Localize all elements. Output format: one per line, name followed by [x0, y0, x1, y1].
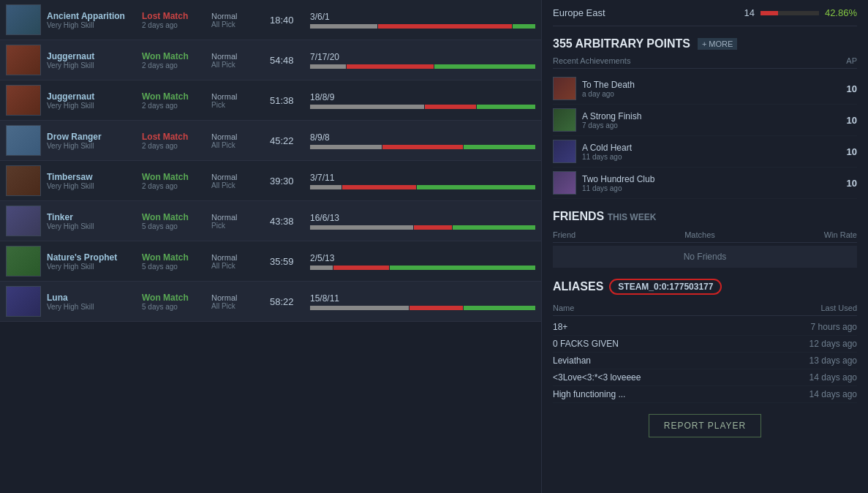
result-time: 2 days ago — [142, 182, 211, 190]
result-text: Won Match — [142, 172, 211, 182]
hero-name: Drow Ranger — [47, 132, 142, 142]
result-text: Won Match — [142, 51, 211, 61]
alias-last-used: 14 days ago — [809, 389, 857, 399]
kda-bars — [310, 105, 535, 109]
kda-text: 18/8/9 — [310, 92, 535, 102]
match-mode: Normal All Pick — [211, 52, 270, 69]
achievement-date: 11 days ago — [582, 153, 847, 161]
kda-text: 3/7/11 — [310, 173, 535, 183]
match-mode: Normal Pick — [211, 213, 270, 230]
alias-row: 18+ 7 hours ago — [553, 319, 857, 336]
match-result: Won Match 5 days ago — [142, 252, 211, 271]
mode-label: Normal — [211, 293, 270, 302]
match-mode: Normal All Pick — [211, 293, 270, 310]
alias-name: Leviathan — [553, 355, 591, 366]
hero-name: Nature's Prophet — [47, 252, 142, 263]
match-result: Lost Match 2 days ago — [142, 11, 211, 29]
alias-name: High functioning ... — [553, 389, 625, 399]
achievement-name: A Strong Finish — [582, 111, 847, 121]
alias-row: 0 FACKS GIVEN 12 days ago — [553, 336, 857, 353]
achievement-ap: 10 — [847, 83, 857, 94]
hero-icon — [6, 286, 41, 317]
deaths-bar — [347, 64, 434, 69]
deaths-bar — [333, 266, 390, 270]
match-row[interactable]: Nature's Prophet Very High Skill Won Mat… — [0, 241, 541, 282]
achievements-list: To The Death a day ago 10 A Strong Finis… — [553, 73, 857, 199]
kda-bars — [310, 24, 535, 29]
result-time: 2 days ago — [142, 142, 211, 150]
alias-name: <3Love<3:*<3 loveeee — [553, 372, 641, 383]
achievement-info: A Cold Heart 11 days ago — [582, 143, 847, 161]
match-result: Won Match 5 days ago — [142, 212, 211, 230]
kills-bar — [310, 266, 333, 270]
match-row[interactable]: Luna Very High Skill Won Match 5 days ag… — [0, 282, 541, 322]
hero-info: Drow Ranger Very High Skill — [47, 132, 142, 150]
aliases-section: ALIASES STEAM_0:0:177503177 Name Last Us… — [553, 279, 857, 403]
kills-bar — [310, 24, 377, 29]
match-kda-bar: 3/6/1 — [310, 12, 535, 29]
match-row[interactable]: Drow Ranger Very High Skill Lost Match 2… — [0, 121, 541, 161]
kills-bar — [310, 306, 409, 310]
result-text: Won Match — [142, 293, 211, 303]
kills-bar — [310, 145, 382, 149]
result-text: Won Match — [142, 212, 211, 222]
region-count: 14 — [744, 7, 754, 18]
region-bar-fill — [761, 11, 778, 15]
hero-name: Ancient Apparition — [47, 11, 142, 21]
friends-title: FRIENDS — [553, 210, 604, 222]
achievement-row: A Strong Finish 7 days ago 10 — [553, 105, 857, 136]
match-row[interactable]: Juggernaut Very High Skill Won Match 2 d… — [0, 40, 541, 80]
hero-info: Tinker Very High Skill — [47, 212, 142, 230]
friends-columns: Friend Matches Win Rate — [553, 227, 857, 243]
aliases-title: ALIASES STEAM_0:0:177503177 — [553, 279, 857, 295]
result-text: Won Match — [142, 91, 211, 102]
achievement-date: a day ago — [582, 90, 847, 98]
match-kda-bar: 8/9/8 — [310, 132, 535, 149]
match-result: Won Match 5 days ago — [142, 293, 211, 311]
match-result: Lost Match 2 days ago — [142, 132, 211, 150]
winrate-col: Win Rate — [824, 230, 857, 239]
match-row[interactable]: Tinker Very High Skill Won Match 5 days … — [0, 201, 541, 241]
match-kda-bar: 3/7/11 — [310, 173, 535, 189]
match-kda-bar: 16/6/13 — [310, 213, 535, 230]
achievement-date: 7 days ago — [582, 121, 847, 129]
result-text: Lost Match — [142, 11, 211, 21]
more-button[interactable]: + MORE — [698, 38, 737, 50]
match-duration: 39:30 — [270, 176, 310, 187]
assists-bar — [390, 266, 535, 270]
result-text: Won Match — [142, 252, 211, 263]
report-player-button[interactable]: REPORT PLAYER — [649, 414, 761, 437]
name-col: Name — [553, 304, 574, 312]
match-kda-bar: 18/8/9 — [310, 92, 535, 109]
alias-name: 18+ — [553, 322, 567, 332]
deaths-bar — [414, 225, 452, 230]
alias-last-used: 14 days ago — [809, 372, 857, 383]
match-mode: Normal All Pick — [211, 173, 270, 189]
result-text: Lost Match — [142, 132, 211, 142]
mode-type: All Pick — [211, 262, 270, 270]
aliases-list: 18+ 7 hours ago 0 FACKS GIVEN 12 days ag… — [553, 319, 857, 403]
match-row[interactable]: Juggernaut Very High Skill Won Match 2 d… — [0, 80, 541, 121]
region-bar — [761, 11, 819, 15]
assists-bar — [434, 64, 535, 69]
mode-label: Normal — [211, 52, 270, 61]
kda-text: 8/9/8 — [310, 132, 535, 143]
ap-col-label: AP — [846, 56, 857, 65]
assists-bar — [513, 24, 535, 29]
achievement-name: A Cold Heart — [582, 143, 847, 153]
friends-header: FRIENDS THIS WEEK — [553, 210, 857, 223]
hero-name: Luna — [47, 293, 142, 303]
deaths-bar — [342, 185, 416, 189]
match-duration: 18:40 — [270, 15, 310, 26]
match-row[interactable]: Timbersaw Very High Skill Won Match 2 da… — [0, 161, 541, 201]
hero-icon — [6, 246, 41, 276]
deaths-bar — [410, 306, 463, 310]
mode-type: All Pick — [211, 302, 270, 310]
hero-name: Timbersaw — [47, 172, 142, 182]
achievement-icon — [553, 171, 576, 195]
hero-skill: Very High Skill — [47, 263, 142, 271]
hero-info: Luna Very High Skill — [47, 293, 142, 311]
ap-title-text: 355 ARBITRARY POINTS — [553, 37, 690, 50]
kda-text: 15/8/11 — [310, 293, 535, 304]
match-row[interactable]: Ancient Apparition Very High Skill Lost … — [0, 0, 541, 40]
